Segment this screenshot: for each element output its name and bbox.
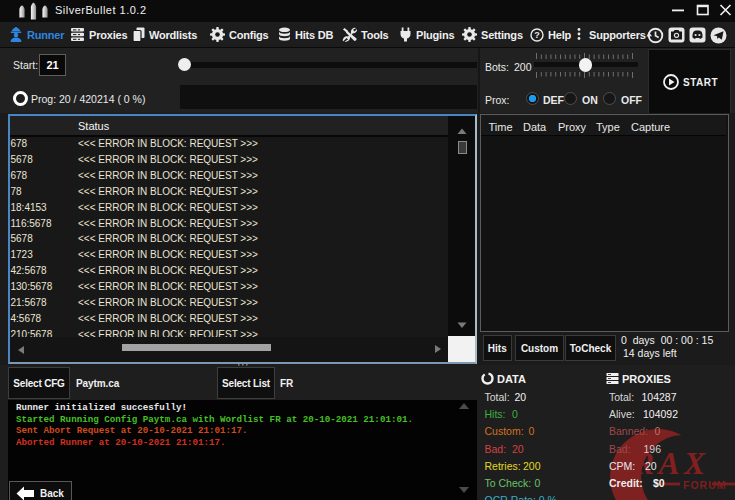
svg-text:?: ? [534, 30, 540, 40]
